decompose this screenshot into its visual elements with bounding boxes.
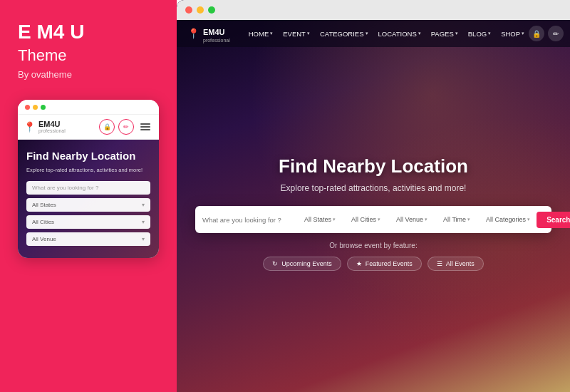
- nav-edit-button[interactable]: ✏: [548, 26, 564, 41]
- time-dropdown[interactable]: All Time ▾: [440, 216, 474, 223]
- venue-dropdown[interactable]: All Venue ▾: [393, 216, 431, 223]
- mockup-topbar: [18, 100, 159, 115]
- browser-titlebar: [177, 0, 570, 20]
- mockup-nav: 📍 EM4U professional 🔒 ✏: [18, 115, 159, 140]
- site-logo-text: EM4U: [203, 28, 225, 36]
- mockup-hero: Find Nearby Location Explore top-rated a…: [18, 140, 159, 259]
- mockup-logo: 📍 EM4U professional: [24, 120, 66, 133]
- featured-icon: ★: [356, 260, 362, 267]
- hamburger-icon[interactable]: [138, 120, 153, 133]
- right-panel: 📍 EM4U professional HOME ▾ EVENT ▾ CATEG…: [177, 0, 570, 392]
- mockup-cities-select[interactable]: All Cities: [26, 215, 150, 229]
- mockup-dot-yellow: [33, 105, 38, 110]
- categories-dropdown[interactable]: All Categories ▾: [482, 216, 534, 223]
- site-nav: 📍 EM4U professional HOME ▾ EVENT ▾ CATEG…: [177, 20, 570, 47]
- search-input[interactable]: [202, 216, 292, 224]
- search-button[interactable]: Search: [537, 212, 570, 228]
- nav-link-pages[interactable]: PAGES ▾: [427, 27, 462, 41]
- cities-dropdown[interactable]: All Cities ▾: [348, 216, 384, 223]
- hero-subtitle: Explore top-rated attractions, activitie…: [281, 183, 467, 193]
- mockup-states-select[interactable]: All States: [26, 198, 150, 212]
- site-nav-actions: 🔒 ✏: [529, 26, 564, 41]
- site-logo-sub: professional: [203, 38, 230, 43]
- all-label: All Events: [446, 260, 475, 267]
- mockup-logo-sub: professional: [38, 128, 66, 133]
- nav-link-shop[interactable]: SHOP ▾: [497, 27, 529, 41]
- upcoming-icon: ↻: [272, 260, 278, 267]
- all-icon: ☰: [437, 260, 442, 267]
- browser-dot-green: [208, 6, 215, 14]
- browser-dot-yellow: [197, 6, 204, 14]
- pin-icon: 📍: [24, 121, 36, 133]
- nav-link-event[interactable]: EVENT ▾: [279, 27, 314, 41]
- mockup-search-input[interactable]: What are you looking for ?: [26, 181, 150, 195]
- mockup-logo-text: EM4U: [38, 120, 66, 128]
- site-logo: 📍 EM4U professional: [187, 25, 230, 43]
- nav-link-blog[interactable]: BLOG ▾: [464, 27, 495, 41]
- mobile-mockup: 📍 EM4U professional 🔒 ✏ Find Nearby Loca…: [18, 100, 159, 259]
- nav-link-home[interactable]: HOME ▾: [244, 27, 278, 41]
- upcoming-events-pill[interactable]: ↻ Upcoming Events: [263, 257, 341, 271]
- hero-content: Find Nearby Location Explore top-rated a…: [177, 20, 570, 392]
- search-bar: All States ▾ All Cities ▾ All Venue ▾ Al…: [195, 206, 551, 233]
- mockup-dot-red: [25, 105, 30, 110]
- mockup-hero-subtitle: Explore top-rated attractions, activitie…: [26, 167, 150, 175]
- browse-pills: ↻ Upcoming Events ★ Featured Events ☰ Al…: [263, 257, 484, 271]
- nav-lock-button[interactable]: 🔒: [529, 26, 544, 41]
- nav-link-locations[interactable]: LOCATIONS ▾: [374, 27, 425, 41]
- browser-dot-red: [185, 6, 192, 14]
- brand-subtitle: Theme: [18, 46, 159, 65]
- browser-window: 📍 EM4U professional HOME ▾ EVENT ▾ CATEG…: [177, 0, 570, 392]
- featured-events-pill[interactable]: ★ Featured Events: [347, 257, 422, 271]
- mockup-hero-title: Find Nearby Location: [26, 150, 150, 163]
- left-panel: E M4 U Theme By ovatheme 📍 EM4U professi…: [0, 0, 177, 392]
- all-events-pill[interactable]: ☰ All Events: [428, 257, 484, 271]
- lock-icon-btn[interactable]: 🔒: [99, 119, 115, 135]
- mockup-venue-select[interactable]: All Venue: [26, 232, 150, 246]
- states-dropdown[interactable]: All States ▾: [301, 216, 339, 223]
- site-nav-links: HOME ▾ EVENT ▾ CATEGORIES ▾ LOCATIONS ▾ …: [244, 27, 529, 41]
- edit-icon-btn[interactable]: ✏: [118, 119, 134, 135]
- brand-title: E M4 U: [18, 21, 159, 43]
- hero-title: Find Nearby Location: [279, 155, 468, 177]
- site-pin-icon: 📍: [187, 28, 200, 39]
- mockup-nav-icons: 🔒 ✏: [99, 119, 153, 135]
- nav-link-categories[interactable]: CATEGORIES ▾: [316, 27, 373, 41]
- mockup-dot-green: [41, 105, 46, 110]
- browse-text: Or browse event by feature:: [329, 242, 417, 249]
- brand-by: By ovatheme: [18, 69, 159, 80]
- upcoming-label: Upcoming Events: [281, 260, 332, 267]
- featured-label: Featured Events: [366, 260, 413, 267]
- mockup-dots: [25, 105, 46, 110]
